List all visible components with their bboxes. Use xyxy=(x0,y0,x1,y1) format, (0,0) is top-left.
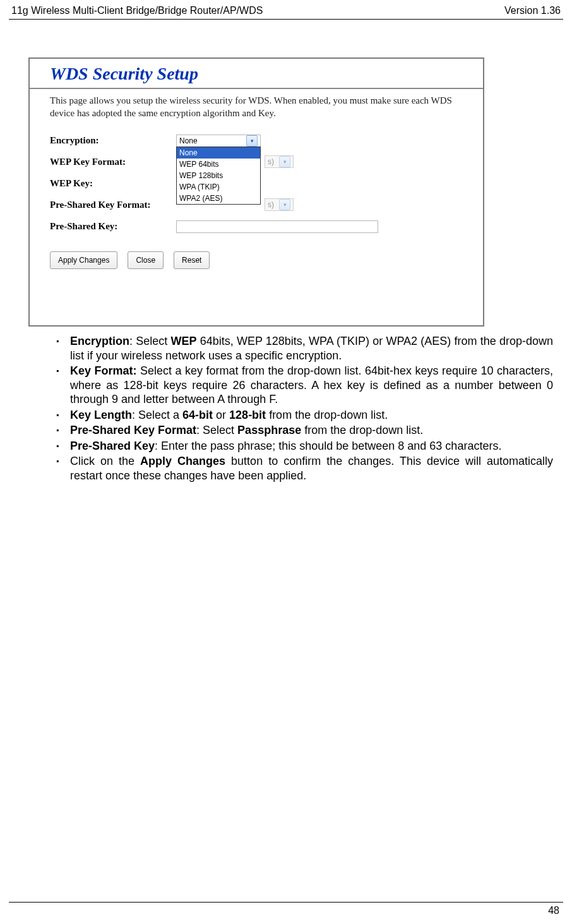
term: Apply Changes xyxy=(140,455,225,467)
title-rule xyxy=(30,88,483,89)
bullet-psk: Pre-Shared Key: Enter the pass phrase; t… xyxy=(56,439,553,453)
row-wep-format: WEP Key Format: s) ▾ xyxy=(50,155,483,169)
term: 128-bit xyxy=(229,409,266,421)
text: or xyxy=(213,409,229,421)
text: : Select xyxy=(129,335,170,347)
bullet-psk-format: Pre-Shared Key Format: Select Passphrase… xyxy=(56,423,553,438)
header-right: Version 1.36 xyxy=(504,5,561,16)
button-row: Apply Changes Close Reset xyxy=(30,241,483,269)
page-number: 48 xyxy=(0,905,572,916)
label-wep-format: WEP Key Format: xyxy=(50,157,176,167)
encryption-dropdown[interactable]: None WEP 64bits WEP 128bits WPA (TKIP) W… xyxy=(176,147,261,205)
term: Key Length xyxy=(70,409,132,421)
bullet-encryption: Encryption: Select WEP 64bits, WEP 128bi… xyxy=(56,334,553,363)
text: Select a key format from the drop-down l… xyxy=(70,364,553,405)
page-header: 11g Wireless Multi-Client Bridge/Bridge … xyxy=(0,0,572,19)
term: Key Format: xyxy=(70,364,137,377)
psk-input[interactable] xyxy=(176,220,378,233)
option-wep64[interactable]: WEP 64bits xyxy=(177,159,260,170)
term: Pre-Shared Key Format xyxy=(70,424,196,436)
row-psk: Pre-Shared Key: xyxy=(50,220,483,234)
text: : Enter the pass phrase; this should be … xyxy=(155,440,501,452)
ghost-text: s) xyxy=(268,155,274,168)
apply-changes-button[interactable]: Apply Changes xyxy=(50,251,117,269)
term: Passphrase xyxy=(237,424,301,436)
page-footer: 48 xyxy=(0,902,572,916)
label-psk-format: Pre-Shared Key Format: xyxy=(50,200,176,210)
psk-format-ghost: s) ▾ xyxy=(265,198,294,211)
text: Click on the xyxy=(70,455,140,467)
text: : Select xyxy=(196,424,237,436)
option-wpa-tkip[interactable]: WPA (TKIP) xyxy=(177,181,260,193)
row-encryption: Encryption: None ▾ None WEP 64bits WEP 1… xyxy=(50,134,483,148)
wds-title: WDS Security Setup xyxy=(30,59,483,85)
close-button[interactable]: Close xyxy=(128,251,164,269)
chevron-down-icon: ▾ xyxy=(279,199,290,210)
wds-form: Encryption: None ▾ None WEP 64bits WEP 1… xyxy=(30,120,483,234)
wep-format-ghost: s) ▾ xyxy=(265,155,294,168)
term: Encryption xyxy=(70,335,129,347)
reset-button[interactable]: Reset xyxy=(174,251,210,269)
bullet-key-format: Key Format: Select a key format from the… xyxy=(56,364,553,407)
row-psk-format: Pre-Shared Key Format: s) ▾ xyxy=(50,198,483,212)
term: WEP xyxy=(170,335,196,347)
wds-screenshot: WDS Security Setup This page allows you … xyxy=(28,57,484,327)
term: Pre-Shared Key xyxy=(70,440,155,452)
instruction-list: Encryption: Select WEP 64bits, WEP 128bi… xyxy=(28,334,553,483)
footer-rule xyxy=(9,902,563,903)
label-encryption: Encryption: xyxy=(50,135,176,146)
text: from the drop-down list. xyxy=(301,424,423,436)
bullet-key-length: Key Length: Select a 64-bit or 128-bit f… xyxy=(56,408,553,423)
text: : Select a xyxy=(132,409,182,421)
bullet-apply: Click on the Apply Changes button to con… xyxy=(56,454,553,483)
header-left: 11g Wireless Multi-Client Bridge/Bridge … xyxy=(11,5,263,16)
label-psk: Pre-Shared Key: xyxy=(50,221,176,232)
encryption-value: None xyxy=(179,135,198,147)
row-wep-key: WEP Key: xyxy=(50,177,483,191)
wds-description: This page allows you setup the wireless … xyxy=(30,94,483,120)
encryption-select[interactable]: None ▾ xyxy=(176,135,261,147)
term: 64-bit xyxy=(182,409,213,421)
chevron-down-icon: ▾ xyxy=(279,156,290,167)
label-wep-key: WEP Key: xyxy=(50,178,176,189)
text: from the drop-down list. xyxy=(266,409,388,421)
option-none[interactable]: None xyxy=(177,147,260,159)
option-wep128[interactable]: WEP 128bits xyxy=(177,170,260,181)
option-wpa2-aes[interactable]: WPA2 (AES) xyxy=(177,193,260,204)
chevron-down-icon: ▾ xyxy=(246,135,258,147)
ghost-text: s) xyxy=(268,198,274,211)
